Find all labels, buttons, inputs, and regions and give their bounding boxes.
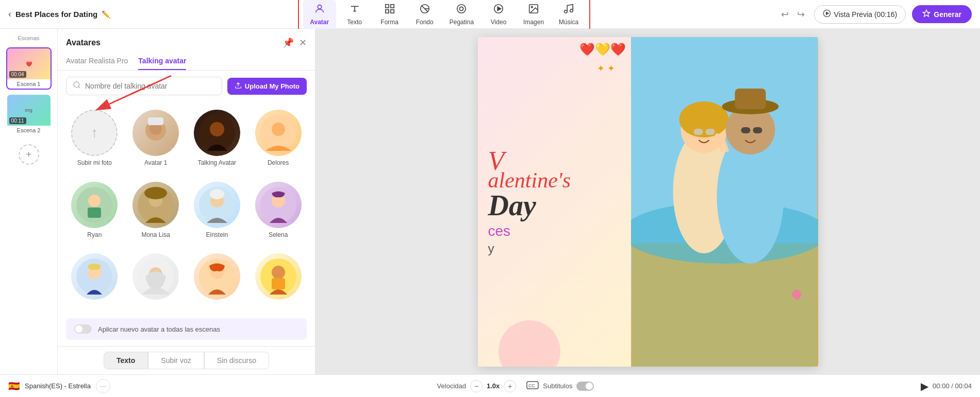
valentine-line1: alentine's <box>488 169 571 191</box>
pegatina-icon <box>456 3 467 18</box>
velocidad-label: Velocidad <box>437 382 466 390</box>
avatar-circle-11 <box>194 253 240 300</box>
fondo-icon <box>419 3 430 18</box>
redo-button[interactable]: ↪ <box>794 7 808 22</box>
tab-realistic[interactable]: Avatar Realista Pro <box>66 53 128 70</box>
toolbar-item-imagen[interactable]: Imagen <box>517 0 550 29</box>
avatar-name-ryan: Ryan <box>87 231 102 238</box>
avatar-item-11[interactable] <box>189 249 246 310</box>
subtitulos-toggle[interactable] <box>576 382 594 391</box>
avatar-item-12[interactable] <box>250 249 307 310</box>
avatar-item-upload[interactable]: ↑ Subir mi foto <box>66 106 123 174</box>
apply-toggle-text: Aplicar nuevo avatar a todas las escenas <box>98 325 220 333</box>
speed-increase-button[interactable]: + <box>504 380 516 392</box>
play-button[interactable]: ▶ <box>921 380 928 392</box>
avatar-item-delores[interactable]: Delores <box>250 106 307 174</box>
tab-texto[interactable]: Texto <box>104 352 148 369</box>
avatar-circle-1 <box>132 110 179 156</box>
preview-icon <box>823 9 831 20</box>
add-scene-button[interactable]: + <box>19 144 39 165</box>
pink-circle-decoration <box>499 320 560 367</box>
search-input[interactable] <box>85 82 215 90</box>
tab-sin-discurso[interactable]: Sin discurso <box>204 352 269 369</box>
svg-text:CC: CC <box>528 383 535 388</box>
toolbar-item-fondo[interactable]: Fondo <box>408 0 441 29</box>
avatar-circle-selena <box>255 182 302 228</box>
preview-button[interactable]: Vista Previa (00:16) <box>814 5 906 24</box>
video-icon <box>493 3 504 18</box>
back-button[interactable]: ‹ <box>8 9 11 20</box>
avatar-face-10 <box>138 258 174 295</box>
scenes-title: Escenas <box>18 35 39 41</box>
valentine-day: Day <box>488 191 536 220</box>
svg-point-27 <box>210 122 224 136</box>
imagen-label: Imagen <box>523 19 544 26</box>
preview-label: Vista Previa (00:16) <box>834 10 898 19</box>
status-right: ▶ 00:00 / 00:04 <box>921 380 972 392</box>
toolbar-item-texto[interactable]: Texto <box>338 0 371 29</box>
scene-2-label: Escena 2 <box>7 126 51 135</box>
panel-header: Avatares 📌 ✕ <box>58 29 315 53</box>
scene-2-thumbnail: img 00:11 <box>7 95 51 126</box>
toolbar-item-video[interactable]: Video <box>482 0 515 29</box>
avatar-grid-container: ↑ Subir mi foto Avatar 1 <box>58 101 315 314</box>
tab-talking[interactable]: Talking avatar <box>138 53 186 70</box>
avatar-item-1[interactable]: Avatar 1 <box>127 106 185 174</box>
musica-label: Música <box>559 19 578 26</box>
language-flag: 🇪🇸 <box>8 381 20 392</box>
avatar-item-monalisa[interactable]: Mona Lisa <box>127 178 185 246</box>
avatar-face-delores <box>260 115 296 151</box>
svg-rect-3 <box>385 9 388 12</box>
canvas-y: y <box>488 241 494 256</box>
avatar-item-selena[interactable]: Selena <box>250 178 307 246</box>
upload-photo-button[interactable]: Upload My Photo <box>227 78 307 95</box>
panel-title: Avatares <box>66 38 101 47</box>
avatar-grid: ↑ Subir mi foto Avatar 1 <box>58 101 315 314</box>
svg-point-38 <box>210 189 224 199</box>
svg-rect-59 <box>735 89 766 109</box>
svg-point-13 <box>531 6 533 8</box>
scenes-sidebar: Escenas ❤️ 00:04 Escena 1 img 00:11 Esce… <box>0 29 58 374</box>
pin-button[interactable]: 📌 <box>283 37 294 48</box>
cc-icon: CC <box>526 381 539 391</box>
avatar-icon <box>314 3 325 18</box>
search-area: Upload My Photo <box>58 71 315 101</box>
bottom-tabs: Texto Subir voz Sin discurso <box>58 346 315 374</box>
avatar-circle-12 <box>255 253 302 300</box>
avatar-circle-10 <box>132 253 179 300</box>
top-bar-left: ‹ Best Places for Dating ✏️ <box>8 9 110 20</box>
project-title: Best Places for Dating <box>15 10 97 19</box>
forma-icon <box>384 3 395 18</box>
toolbar-item-pegatina[interactable]: Pegatina <box>443 0 480 29</box>
apply-toggle-switch[interactable] <box>74 324 92 334</box>
texto-icon <box>349 3 360 18</box>
undo-button[interactable]: ↩ <box>778 7 792 22</box>
generate-button[interactable]: Generar <box>912 5 972 23</box>
edit-icon[interactable]: ✏️ <box>102 10 110 19</box>
speed-decrease-button[interactable]: − <box>470 380 483 392</box>
tab-subir-voz[interactable]: Subir voz <box>148 352 204 369</box>
svg-point-55 <box>679 101 728 137</box>
avatar-item-einstein[interactable]: Einstein <box>189 178 246 246</box>
avatar-face-ryan <box>76 187 112 223</box>
scene-2-time: 00:11 <box>9 117 26 124</box>
avatar-item-9[interactable] <box>66 249 123 310</box>
svg-marker-17 <box>826 12 828 14</box>
svg-point-0 <box>318 5 321 8</box>
speed-value: 1.0x <box>487 382 500 390</box>
scene-thumb-2[interactable]: img 00:11 Escena 2 <box>6 94 52 136</box>
scene-1-label: Escena 1 <box>7 79 51 89</box>
scene-thumb-1[interactable]: ❤️ 00:04 Escena 1 <box>6 47 52 90</box>
close-button[interactable]: ✕ <box>299 37 307 48</box>
time-display: 00:00 / 00:04 <box>933 382 972 390</box>
avatar-item-10[interactable] <box>127 249 185 310</box>
toolbar-item-forma[interactable]: Forma <box>373 0 406 29</box>
toolbar-item-avatar[interactable]: Avatar <box>303 0 336 29</box>
language-name: Spanish(ES) - Estrella <box>25 382 91 390</box>
language-more-button[interactable]: ··· <box>96 379 110 393</box>
avatar-item-talking[interactable]: Talking Avatar <box>189 106 246 174</box>
avatar-item-ryan[interactable]: Ryan <box>66 178 123 246</box>
toolbar-item-musica[interactable]: Música <box>552 0 585 29</box>
svg-rect-60 <box>741 127 750 133</box>
svg-rect-1 <box>385 4 388 7</box>
